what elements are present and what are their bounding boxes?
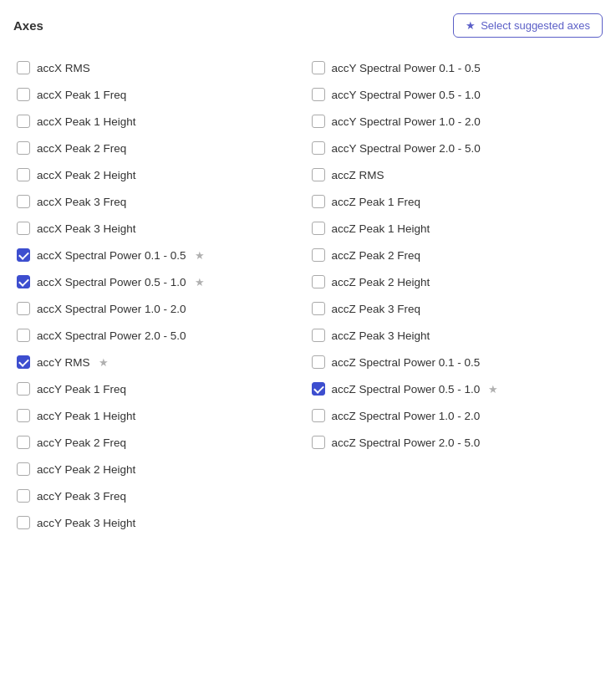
checkbox-accx-peak3-freq[interactable]: [17, 195, 30, 208]
checkbox-accy-spectral-10-20[interactable]: [312, 115, 325, 128]
list-item: accZ Peak 3 Height: [308, 322, 603, 349]
checkbox-accz-rms[interactable]: [312, 168, 325, 181]
checkbox-accy-spectral-05-10[interactable]: [312, 88, 325, 101]
item-label: accX Peak 1 Height: [37, 115, 136, 128]
checkbox-accy-peak1-freq[interactable]: [17, 382, 30, 396]
checkbox-accx-rms[interactable]: [17, 61, 30, 74]
checkbox-label-accx-spectral-05-10[interactable]: accX Spectral Power 0.5 - 1.0: [17, 275, 186, 288]
item-label: accX RMS: [37, 62, 90, 74]
checkbox-label-accy-peak2-height[interactable]: accY Peak 2 Height: [17, 462, 135, 476]
checkbox-label-accy-peak3-freq[interactable]: accY Peak 3 Freq: [17, 489, 126, 503]
list-item: accZ Peak 1 Freq: [308, 188, 603, 215]
left-column: accX RMSaccX Peak 1 FreqaccX Peak 1 Heig…: [13, 54, 308, 536]
item-label: accZ Peak 3 Freq: [332, 303, 421, 315]
checkbox-accx-spectral-20-50[interactable]: [17, 329, 30, 342]
checkbox-label-accx-peak1-height[interactable]: accX Peak 1 Height: [17, 115, 136, 128]
star-icon: ★: [195, 249, 205, 262]
item-label: accZ Spectral Power 0.5 - 1.0: [332, 383, 481, 396]
item-label: accX Peak 1 Freq: [37, 89, 126, 101]
item-label: accZ RMS: [332, 169, 384, 181]
suggested-button-label: Select suggested axes: [481, 19, 590, 32]
list-item: accZ Spectral Power 2.0 - 5.0: [308, 429, 603, 456]
item-label: accZ Peak 1 Freq: [332, 196, 421, 208]
checkbox-label-accx-peak2-height[interactable]: accX Peak 2 Height: [17, 168, 136, 181]
checkbox-label-accz-peak2-height[interactable]: accZ Peak 2 Height: [312, 275, 430, 288]
checkbox-label-accx-peak2-freq[interactable]: accX Peak 2 Freq: [17, 141, 126, 155]
checkbox-label-accz-spectral-10-20[interactable]: accZ Spectral Power 1.0 - 2.0: [312, 409, 481, 422]
checkbox-label-accy-spectral-20-50[interactable]: accY Spectral Power 2.0 - 5.0: [312, 141, 481, 155]
checkbox-accy-peak1-height[interactable]: [17, 409, 30, 422]
checkbox-label-accx-peak1-freq[interactable]: accX Peak 1 Freq: [17, 88, 126, 101]
item-label: accY Spectral Power 0.1 - 0.5: [332, 62, 481, 74]
checkbox-accz-spectral-05-10[interactable]: [312, 382, 325, 396]
checkbox-accz-peak1-freq[interactable]: [312, 195, 325, 208]
star-icon: ★: [488, 383, 498, 396]
list-item: accY Peak 1 Freq: [13, 375, 308, 402]
list-item: accX Spectral Power 2.0 - 5.0: [13, 322, 308, 349]
checkbox-accy-spectral-20-50[interactable]: [312, 141, 325, 155]
list-item: accX Peak 1 Freq: [13, 81, 308, 108]
checkbox-label-accx-peak3-height[interactable]: accX Peak 3 Height: [17, 222, 136, 235]
item-label: accX Peak 3 Height: [37, 222, 136, 235]
checkbox-accz-peak3-freq[interactable]: [312, 302, 325, 315]
checkbox-accx-peak3-height[interactable]: [17, 222, 30, 235]
checkbox-label-accy-spectral-05-10[interactable]: accY Spectral Power 0.5 - 1.0: [312, 88, 481, 101]
checkbox-label-accy-peak3-height[interactable]: accY Peak 3 Height: [17, 516, 135, 529]
list-item: accY Spectral Power 0.1 - 0.5: [308, 54, 603, 81]
checkbox-accy-spectral-01-05[interactable]: [312, 61, 325, 74]
list-item: accX Peak 3 Freq: [13, 188, 308, 215]
checkbox-label-accx-spectral-10-20[interactable]: accX Spectral Power 1.0 - 2.0: [17, 302, 186, 315]
checkbox-accz-peak1-height[interactable]: [312, 222, 325, 235]
checkbox-accz-spectral-20-50[interactable]: [312, 436, 325, 449]
checkbox-accx-peak1-height[interactable]: [17, 115, 30, 128]
checkbox-accx-spectral-05-10[interactable]: [17, 275, 30, 288]
checkbox-accx-peak2-height[interactable]: [17, 168, 30, 181]
checkbox-label-accy-rms[interactable]: accY RMS: [17, 355, 90, 369]
checkbox-label-accy-spectral-10-20[interactable]: accY Spectral Power 1.0 - 2.0: [312, 115, 481, 128]
axes-columns: accX RMSaccX Peak 1 FreqaccX Peak 1 Heig…: [13, 54, 603, 536]
checkbox-label-accx-spectral-01-05[interactable]: accX Spectral Power 0.1 - 0.5: [17, 248, 186, 262]
checkbox-accx-peak2-freq[interactable]: [17, 141, 30, 155]
checkbox-accy-peak2-height[interactable]: [17, 462, 30, 476]
checkbox-label-accx-peak3-freq[interactable]: accX Peak 3 Freq: [17, 195, 126, 208]
list-item: accX Spectral Power 0.5 - 1.0★: [13, 268, 308, 295]
item-label: accY Peak 2 Height: [37, 463, 135, 476]
checkbox-accz-spectral-10-20[interactable]: [312, 409, 325, 422]
checkbox-label-accz-spectral-05-10[interactable]: accZ Spectral Power 0.5 - 1.0: [312, 382, 481, 396]
checkbox-accx-spectral-10-20[interactable]: [17, 302, 30, 315]
checkbox-label-accy-peak1-freq[interactable]: accY Peak 1 Freq: [17, 382, 126, 396]
checkbox-label-accz-peak1-freq[interactable]: accZ Peak 1 Freq: [312, 195, 421, 208]
item-label: accZ Spectral Power 2.0 - 5.0: [332, 436, 481, 449]
list-item: accY RMS★: [13, 349, 308, 375]
checkbox-label-accz-spectral-20-50[interactable]: accZ Spectral Power 2.0 - 5.0: [312, 436, 481, 449]
checkbox-label-accz-peak3-freq[interactable]: accZ Peak 3 Freq: [312, 302, 421, 315]
checkbox-accy-peak3-freq[interactable]: [17, 489, 30, 503]
checkbox-accz-spectral-01-05[interactable]: [312, 355, 325, 369]
checkbox-accz-peak2-height[interactable]: [312, 275, 325, 288]
checkbox-label-accz-peak2-freq[interactable]: accZ Peak 2 Freq: [312, 248, 421, 262]
checkbox-accz-peak2-freq[interactable]: [312, 248, 325, 262]
list-item: accZ Peak 1 Height: [308, 215, 603, 242]
list-item: accY Spectral Power 0.5 - 1.0: [308, 81, 603, 108]
list-item: accY Peak 2 Freq: [13, 429, 308, 456]
checkbox-accx-peak1-freq[interactable]: [17, 88, 30, 101]
checkbox-label-accx-spectral-20-50[interactable]: accX Spectral Power 2.0 - 5.0: [17, 329, 186, 342]
item-label: accZ Peak 2 Height: [332, 276, 430, 288]
checkbox-accy-peak2-freq[interactable]: [17, 436, 30, 449]
checkbox-accy-peak3-height[interactable]: [17, 516, 30, 529]
checkbox-label-accy-peak2-freq[interactable]: accY Peak 2 Freq: [17, 436, 126, 449]
list-item: accX Peak 2 Freq: [13, 135, 308, 161]
checkbox-label-accz-peak1-height[interactable]: accZ Peak 1 Height: [312, 222, 430, 235]
item-label: accX Peak 3 Freq: [37, 196, 126, 208]
checkbox-label-accx-rms[interactable]: accX RMS: [17, 61, 90, 74]
checkbox-label-accz-rms[interactable]: accZ RMS: [312, 168, 384, 181]
checkbox-label-accz-peak3-height[interactable]: accZ Peak 3 Height: [312, 329, 430, 342]
select-suggested-button[interactable]: ★ Select suggested axes: [453, 13, 603, 38]
checkbox-label-accz-spectral-01-05[interactable]: accZ Spectral Power 0.1 - 0.5: [312, 355, 481, 369]
checkbox-label-accy-spectral-01-05[interactable]: accY Spectral Power 0.1 - 0.5: [312, 61, 481, 74]
checkbox-label-accy-peak1-height[interactable]: accY Peak 1 Height: [17, 409, 135, 422]
list-item: accX Spectral Power 1.0 - 2.0: [13, 295, 308, 322]
checkbox-accx-spectral-01-05[interactable]: [17, 248, 30, 262]
checkbox-accz-peak3-height[interactable]: [312, 329, 325, 342]
checkbox-accy-rms[interactable]: [17, 355, 30, 369]
